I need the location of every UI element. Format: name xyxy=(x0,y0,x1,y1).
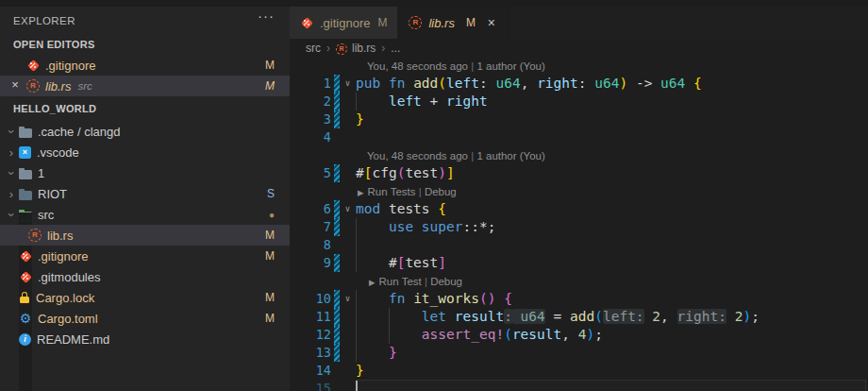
line-number: 9 xyxy=(290,254,331,272)
code-token: use xyxy=(389,219,422,234)
line-number: 8 xyxy=(290,236,331,254)
tab-lib-rs[interactable]: Rlib.rsM× xyxy=(398,7,509,39)
rust-icon: R xyxy=(336,43,347,55)
file-label: .cache / clangd xyxy=(38,125,120,139)
close-icon[interactable]: × xyxy=(485,15,498,30)
file-label: README.md xyxy=(37,332,109,347)
file-label: .gitignore xyxy=(38,249,88,264)
tree-item-cargo-toml[interactable]: ⚙Cargo.tomlM xyxy=(0,308,290,329)
breadcrumb[interactable]: src›Rlib.rs›... xyxy=(290,39,868,57)
git-icon xyxy=(26,59,40,72)
code-token: , xyxy=(660,309,676,324)
code-line-6: 6∨mod tests { xyxy=(290,200,868,218)
tree-item-cache-clangd[interactable]: ›.cache / clangd xyxy=(0,121,290,142)
fold-chevron-icon[interactable]: ∨ xyxy=(340,290,356,308)
git-status-badge: M xyxy=(265,229,275,242)
tree-item-1[interactable]: ›1 xyxy=(0,162,290,183)
open-editor-item-gitignore[interactable]: .gitignoreM xyxy=(0,55,290,76)
git-status-badge: M xyxy=(265,249,275,263)
code-line-11: 11 let result: u64 = add(left: 2, right:… xyxy=(290,308,868,326)
code-token: ] xyxy=(446,165,455,180)
codelens-links[interactable]: ▶Run Tests | Debug xyxy=(358,183,457,202)
code-token: } xyxy=(356,111,364,127)
run-icon[interactable]: ▶ xyxy=(369,278,376,287)
tree-item-vscode[interactable]: ›×.vscode xyxy=(0,142,290,162)
open-editor-item-lib-rs[interactable]: ×Rlib.rssrcM xyxy=(0,76,290,96)
codelens-you-48-seconds-ago: You, 48 seconds ago | 1 author (You) xyxy=(290,57,868,75)
breadcrumb-item-lib-rs[interactable]: lib.rs xyxy=(352,42,376,55)
tab-gitignore[interactable]: .gitignoreM xyxy=(290,7,398,39)
codelens-links[interactable]: You, 48 seconds ago | 1 author (You) xyxy=(367,58,545,76)
code-token: fn xyxy=(389,76,413,91)
chevron-right-icon[interactable]: › xyxy=(4,187,19,201)
codelens-links[interactable]: ▶Run Test | Debug xyxy=(369,273,462,292)
tree-item-lib-rs[interactable]: Rlib.rsM xyxy=(0,225,290,246)
chevron-right-icon[interactable]: › xyxy=(4,145,19,160)
folder-icon xyxy=(19,168,32,179)
tree-item-riot[interactable]: ›RIOTS xyxy=(0,183,290,204)
tree-item-gitmodules[interactable]: .gitmodules xyxy=(0,266,290,287)
code-token: + xyxy=(422,94,446,109)
git-status-badge: M xyxy=(265,59,275,72)
codelens-link-run-test[interactable]: Run Test xyxy=(379,276,422,287)
git-modified-gutter-indicator xyxy=(334,254,340,272)
line-number: 15 xyxy=(290,380,331,391)
code-token: cfg xyxy=(372,165,396,180)
breadcrumb-item-src[interactable]: src xyxy=(306,42,321,55)
fold-chevron-icon[interactable]: ∨ xyxy=(340,200,356,218)
code-token: fn xyxy=(389,291,413,306)
tree-item-readme-md[interactable]: iREADME.md xyxy=(0,329,290,349)
code-token: u64 xyxy=(594,76,619,91)
codelens-link-you-48-seconds-ago[interactable]: You, 48 seconds ago xyxy=(367,60,468,72)
code-token xyxy=(726,309,735,324)
code-token: } xyxy=(389,345,397,360)
codelens-you-48-seconds-ago: You, 48 seconds ago | 1 author (You) xyxy=(290,146,868,164)
code-token: tests xyxy=(389,201,438,216)
codelens-link-you-48-seconds-ago[interactable]: You, 48 seconds ago xyxy=(367,150,468,162)
line-number: 7 xyxy=(290,218,331,236)
codelens-run-test: ▶Run Test | Debug xyxy=(290,272,868,290)
code-line-5: 5#[cfg(test)] xyxy=(290,164,868,182)
workspace-header[interactable]: HELLO_WORLD xyxy=(0,96,290,121)
tab-modified-badge: M xyxy=(377,16,387,29)
more-actions-icon[interactable]: ··· xyxy=(258,8,275,24)
titlebar-bottom-strip xyxy=(0,0,868,7)
tree-item-gitignore[interactable]: .gitignoreM xyxy=(0,246,290,266)
code-token: # xyxy=(356,165,364,180)
chevron-down-icon[interactable]: › xyxy=(4,208,19,222)
codelens-link-debug[interactable]: Debug xyxy=(425,186,457,197)
file-label: 1 xyxy=(38,166,44,180)
code-line-14: 14} xyxy=(290,362,868,380)
chevron-down-icon[interactable]: › xyxy=(4,125,19,139)
indent-guide xyxy=(389,326,390,344)
close-icon[interactable]: × xyxy=(8,77,23,92)
code-token: , xyxy=(521,76,537,91)
code-line-1: 1∨pub fn add(left: u64, right: u64) -> u… xyxy=(290,75,868,93)
file-label: RIOT xyxy=(38,187,67,201)
code-editor[interactable]: You, 48 seconds ago | 1 author (You)1∨pu… xyxy=(290,57,868,391)
codelens-link-1-author-you[interactable]: 1 author (You) xyxy=(476,150,544,162)
tree-item-src[interactable]: ›</>src● xyxy=(0,204,290,225)
fold-chevron-icon[interactable]: ∨ xyxy=(340,75,356,93)
code-line-13: 13 } xyxy=(290,344,868,362)
codelens-link-1-author-you[interactable]: 1 author (You) xyxy=(476,60,544,72)
breadcrumb-item-[interactable]: ... xyxy=(391,42,400,55)
chevron-down-icon[interactable]: › xyxy=(4,166,19,180)
codelens-links[interactable]: You, 48 seconds ago | 1 author (You) xyxy=(367,147,545,165)
modified-dot-badge: ● xyxy=(269,210,275,220)
open-editors-header[interactable]: OPEN EDITORS xyxy=(0,34,290,55)
git-modified-gutter-indicator xyxy=(334,110,340,128)
explorer-title: EXPLORER xyxy=(13,15,75,26)
line-number: 12 xyxy=(290,326,331,344)
run-icon[interactable]: ▶ xyxy=(358,188,364,197)
tree-item-cargo-lock[interactable]: Cargo.lockM xyxy=(0,287,290,308)
file-label: .gitmodules xyxy=(38,270,100,284)
code-token xyxy=(356,291,389,306)
file-label: .vscode xyxy=(37,145,79,160)
codelens-link-debug[interactable]: Debug xyxy=(430,276,462,287)
code-token: ) xyxy=(743,309,751,324)
code-token: : xyxy=(578,76,594,91)
code-token: test xyxy=(405,165,438,180)
codelens-link-run-tests[interactable]: Run Tests xyxy=(368,186,416,197)
current-line-highlight xyxy=(356,380,866,391)
